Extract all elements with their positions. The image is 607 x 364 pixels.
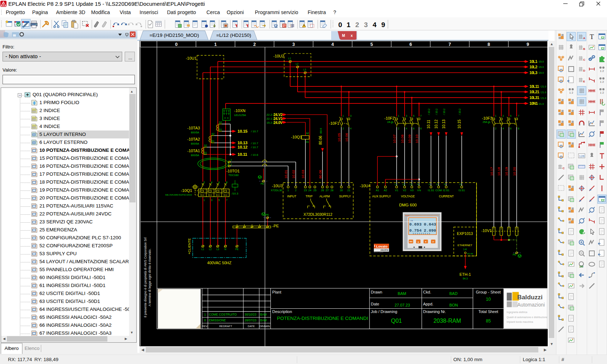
svg-text:EXP1013: EXP1013 — [457, 231, 473, 236]
svg-text:V2: V2 — [403, 189, 406, 192]
svg-text:x: x — [351, 34, 353, 38]
svg-text:=E/19 (HD2150_MOD): =E/19 (HD2150_MOD) — [150, 33, 199, 38]
svg-text:0.754: 0.754 — [409, 228, 422, 233]
svg-text:15.2 /: 15.2 / — [266, 121, 274, 124]
svg-text:1 2: 1 2 — [600, 80, 604, 83]
svg-text:-10XN: -10XN — [234, 108, 245, 113]
svg-text:10.03: 10.03 — [301, 170, 305, 179]
svg-text:10: 10 — [486, 297, 491, 302]
svg-text:10L3: 10L3 — [529, 71, 537, 75]
svg-text:10.17: 10.17 — [490, 167, 493, 176]
svg-text:54.3: 54.3 — [463, 277, 468, 280]
svg-text:-10V1: -10V1 — [481, 228, 492, 233]
svg-text:2: 2 — [231, 159, 232, 161]
svg-text:ETHERNET: ETHERNET — [458, 244, 473, 247]
svg-text:2A gL: 2A gL — [387, 121, 394, 124]
svg-text:/ 21.0: / 21.0 — [540, 91, 546, 94]
svg-text:22.2 /: 22.2 / — [266, 113, 274, 116]
svg-text:8: 8 — [518, 127, 519, 130]
svg-text:COM: COM — [435, 189, 442, 192]
svg-text:=L/12 (HD2150): =L/12 (HD2150) — [216, 33, 251, 38]
svg-text:800/5A: 800/5A — [191, 142, 199, 145]
svg-text:3: 3 — [292, 42, 295, 47]
svg-text:/ 21.0: / 21.0 — [537, 103, 544, 106]
svg-text:4: 4 — [373, 21, 377, 29]
svg-text:I3: I3 — [459, 183, 462, 185]
svg-text:Lovato: Lovato — [376, 244, 388, 248]
svg-text:L1: L1 — [201, 248, 204, 250]
svg-text:10.13: 10.13 — [442, 119, 446, 129]
svg-text:Ingegneria elettrica: Ingegneria elettrica — [506, 311, 527, 314]
svg-text:1: 1 — [342, 115, 344, 117]
svg-text:electric: electric — [381, 249, 389, 251]
svg-text:A: A — [583, 37, 585, 40]
svg-text:24.V2: 24.V2 — [273, 113, 283, 117]
svg-text:CURRENT: CURRENT — [439, 194, 454, 198]
svg-text:Description: Description — [272, 309, 292, 314]
svg-text:Q01: Q01 — [391, 318, 402, 324]
svg-text:10.06: 10.06 — [345, 133, 349, 142]
svg-text:24: 24 — [308, 189, 311, 192]
svg-text:L3: L3 — [217, 248, 219, 250]
svg-text:I1: I1 — [436, 183, 438, 185]
svg-text:-10U1: -10U1 — [186, 56, 197, 60]
svg-text:N: N — [417, 183, 419, 185]
svg-text:2038-RAM: 2038-RAM — [433, 318, 461, 324]
svg-text:27: 27 — [326, 189, 329, 192]
svg-text:85: 85 — [486, 318, 491, 324]
svg-text:10L21: 10L21 — [529, 90, 539, 94]
svg-text:9: 9 — [527, 42, 529, 47]
svg-text:9: 9 — [381, 21, 385, 29]
svg-text:Automazioni: Automazioni — [517, 302, 545, 308]
svg-text:ALARM: ALARM — [319, 194, 330, 198]
svg-text:3: 3 — [364, 21, 368, 29]
svg-text:1 2: 1 2 — [569, 91, 573, 94]
svg-text:S2: S2 — [211, 133, 214, 135]
svg-text:28: 28 — [330, 189, 333, 192]
svg-text:10.07: 10.07 — [392, 134, 396, 143]
svg-text:0: 0 — [175, 42, 178, 47]
svg-text:6: 6 — [413, 127, 414, 130]
svg-text:1: 1 — [495, 115, 496, 117]
svg-text:10L1: 10L1 — [529, 60, 537, 64]
svg-text:-10U4: -10U4 — [360, 184, 371, 188]
svg-text:RJ-45: RJ-45 — [467, 253, 473, 255]
svg-text:1: 1 — [204, 313, 206, 316]
svg-text:8: 8 — [487, 42, 490, 47]
svg-text:/ 15.0: / 15.0 — [537, 66, 544, 69]
svg-text:V1: V1 — [395, 189, 398, 192]
svg-text:DATE: DATE — [248, 325, 255, 328]
svg-text:VOLTAGE: VOLTAGE — [401, 194, 415, 198]
svg-text:10.13: 10.13 — [238, 141, 247, 145]
svg-text:2: 2 — [253, 42, 256, 47]
svg-text:I>>: I>> — [216, 194, 219, 197]
svg-text:1-8: 1-8 — [463, 248, 467, 250]
svg-text:24.V1: 24.V1 — [273, 117, 283, 121]
svg-text:5: 5 — [218, 199, 220, 202]
svg-text:0: 0 — [338, 21, 342, 29]
svg-text:▼: ▼ — [425, 241, 427, 243]
svg-text:100: 100 — [580, 265, 584, 268]
svg-text:10.10: 10.10 — [415, 134, 419, 143]
svg-text:Job / Drawning: Job / Drawning — [371, 309, 397, 314]
svg-text:I1: I1 — [429, 183, 431, 185]
svg-text:Balduzzi: Balduzzi — [517, 294, 543, 301]
svg-text:1: 1 — [214, 42, 217, 47]
svg-text:10.18: 10.18 — [497, 167, 501, 176]
svg-text:30/10/23: 30/10/23 — [244, 313, 256, 316]
svg-text:10.09: 10.09 — [407, 134, 411, 143]
svg-text:3: 3 — [211, 199, 212, 202]
svg-text:VN: VN — [417, 189, 421, 192]
svg-text:/ 10.7: / 10.7 — [251, 130, 258, 133]
svg-text:▲: ▲ — [417, 241, 419, 243]
svg-text:A1: A1 — [306, 141, 309, 143]
svg-text:-PE: -PE — [272, 224, 279, 228]
svg-text:X72DL30: X72DL30 — [271, 189, 282, 192]
svg-text:A2: A2 — [306, 132, 309, 134]
svg-text:L2: L2 — [296, 63, 299, 65]
svg-text:EMISSIONE: EMISSIONE — [209, 318, 226, 322]
svg-text:-10Q1: -10Q1 — [181, 188, 192, 193]
svg-text:10L31: 10L31 — [529, 96, 539, 100]
svg-text:Group - Sheet: Group - Sheet — [476, 290, 501, 294]
svg-text:⟳: ⟳ — [432, 241, 434, 243]
